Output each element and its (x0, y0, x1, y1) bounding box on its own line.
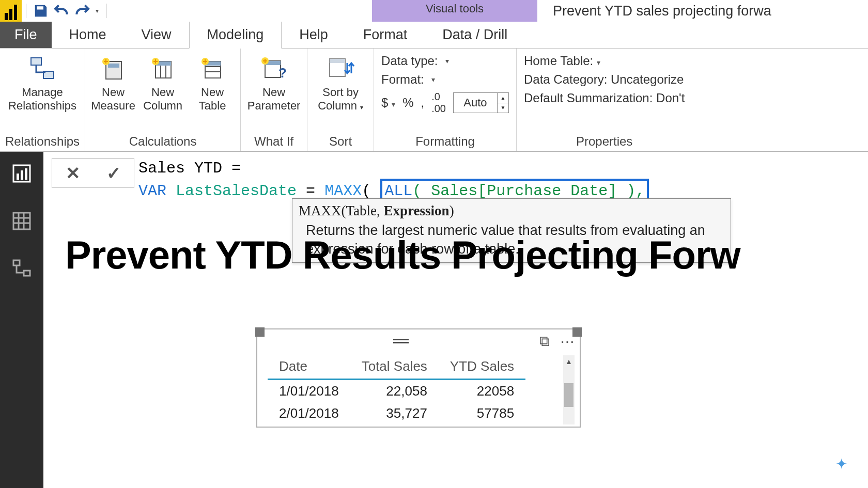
tab-view[interactable]: View (124, 22, 189, 48)
save-icon[interactable] (30, 1, 51, 21)
group-label: Calculations (129, 132, 197, 150)
data-category-label: Data Category: Uncategorize (524, 72, 684, 87)
dropdown-icon[interactable]: ▾ (445, 57, 449, 65)
table-row[interactable]: 2/01/2018 35,727 57785 (268, 402, 525, 424)
group-label: Sort (329, 132, 352, 150)
default-summarization-label: Default Summarization: Don't (524, 91, 685, 105)
new-table-button[interactable]: New Table (190, 54, 235, 113)
new-column-icon (146, 54, 179, 84)
new-column-button[interactable]: New Column (140, 54, 185, 113)
subscribe-icon: ✦ (835, 455, 847, 473)
group-label: Formatting (415, 132, 475, 150)
sort-by-column-button[interactable]: Sort by Column ▾ (313, 54, 368, 113)
model-view-icon[interactable] (9, 256, 34, 281)
decimal-places-input[interactable]: Auto (453, 92, 498, 113)
decimals-icon[interactable]: .0.00 (431, 91, 446, 115)
svg-text:?: ? (278, 65, 287, 81)
button-label: New Parameter (247, 86, 301, 113)
svg-rect-30 (13, 260, 20, 265)
resize-handle-icon[interactable] (572, 327, 582, 337)
column-header[interactable]: Date (268, 355, 350, 380)
tab-data-drill[interactable]: Data / Drill (425, 22, 525, 48)
ribbon-tabs: File Home View Modeling Help Format Data… (0, 22, 868, 49)
formula-bar: ✕ ✓ Sales YTD = VAR LastSalesDate = MAXX… (52, 158, 649, 203)
percent-button[interactable]: % (402, 96, 413, 110)
tooltip-signature: MAXX(Table, Expression) (299, 203, 724, 219)
group-label: Properties (576, 132, 632, 150)
manage-relationships-button[interactable]: Manage Relationships (14, 54, 70, 113)
tab-format[interactable]: Format (346, 22, 425, 48)
tab-file[interactable]: File (0, 21, 52, 48)
document-title: Prevent YTD sales projecting forwa (553, 0, 771, 22)
button-label: Manage Relationships (8, 86, 76, 113)
tab-help[interactable]: Help (282, 22, 346, 48)
resize-handle-icon[interactable] (255, 327, 265, 337)
new-measure-button[interactable]: New Measure (90, 54, 136, 113)
dropdown-icon[interactable]: ▾ (597, 58, 600, 67)
data-table: Date Total Sales YTD Sales 1/01/2018 22,… (268, 355, 525, 424)
decimal-spinner[interactable]: ▲▼ (498, 92, 509, 113)
new-measure-icon (97, 54, 130, 84)
svg-rect-3 (108, 64, 119, 68)
formula-bar-buttons: ✕ ✓ (52, 158, 134, 188)
table-visual[interactable]: ⧉ ⋯ Date Total Sales YTD Sales 1/01/2018… (256, 328, 581, 428)
table-header-row: Date Total Sales YTD Sales (268, 355, 525, 380)
report-view-icon[interactable] (9, 161, 34, 186)
scroll-up-icon[interactable]: ▲ (563, 355, 575, 368)
home-table-label: Home Table: (524, 54, 593, 68)
button-label: New Column (143, 86, 182, 113)
ribbon: Manage Relationships Relationships New M… (0, 49, 868, 152)
formula-line-1: Sales YTD = (138, 158, 649, 179)
group-label: What If (254, 132, 293, 150)
scroll-thumb[interactable] (564, 383, 574, 407)
data-view-icon[interactable] (9, 209, 34, 233)
report-heading: Prevent YTD Results Projecting Forw (65, 232, 740, 277)
drag-handle-icon[interactable] (393, 339, 409, 344)
sort-icon (324, 54, 357, 84)
cancel-formula-icon[interactable]: ✕ (66, 163, 80, 183)
column-header[interactable]: Total Sales (350, 355, 439, 380)
view-rail (0, 152, 43, 488)
commit-formula-icon[interactable]: ✓ (106, 163, 121, 183)
currency-button[interactable]: $ ▾ (381, 96, 395, 110)
data-type-label: Data type: (381, 54, 438, 68)
tab-modeling[interactable]: Modeling (189, 21, 282, 49)
new-table-icon (196, 54, 229, 84)
button-label: New Measure (91, 86, 135, 113)
table-row[interactable]: 1/01/2018 22,058 22058 (268, 380, 525, 403)
qat-customize-icon[interactable]: ▾ (92, 7, 102, 14)
column-header[interactable]: YTD Sales (439, 355, 525, 380)
undo-icon[interactable] (51, 1, 72, 21)
formula-editor[interactable]: Sales YTD = VAR LastSalesDate = MAXX( AL… (138, 158, 649, 203)
relationships-icon (26, 54, 59, 84)
svg-rect-0 (31, 58, 41, 65)
group-label: Relationships (5, 132, 80, 150)
svg-rect-31 (24, 271, 30, 276)
dropdown-icon[interactable]: ▾ (431, 75, 435, 84)
quick-access-toolbar: ▾ Visual tools Prevent YTD sales project… (0, 0, 868, 22)
app-logo-icon (0, 0, 22, 22)
thousands-button[interactable]: , (421, 96, 424, 110)
separator (106, 4, 106, 18)
redo-icon[interactable] (72, 1, 92, 21)
tab-home[interactable]: Home (52, 22, 124, 48)
button-label: New Table (199, 86, 226, 113)
format-label: Format: (381, 72, 424, 87)
svg-rect-24 (25, 168, 27, 180)
svg-rect-22 (17, 174, 19, 180)
focus-mode-icon[interactable]: ⧉ (539, 333, 550, 350)
separator (26, 4, 26, 18)
svg-rect-23 (21, 170, 23, 180)
scrollbar[interactable]: ▲ (563, 355, 575, 424)
contextual-tab-visual-tools: Visual tools (372, 0, 537, 22)
svg-rect-20 (330, 59, 345, 63)
svg-rect-25 (13, 213, 30, 229)
new-parameter-button[interactable]: ? New Parameter (246, 54, 302, 113)
new-parameter-icon: ? (257, 54, 290, 84)
button-label: Sort by Column ▾ (318, 86, 363, 113)
